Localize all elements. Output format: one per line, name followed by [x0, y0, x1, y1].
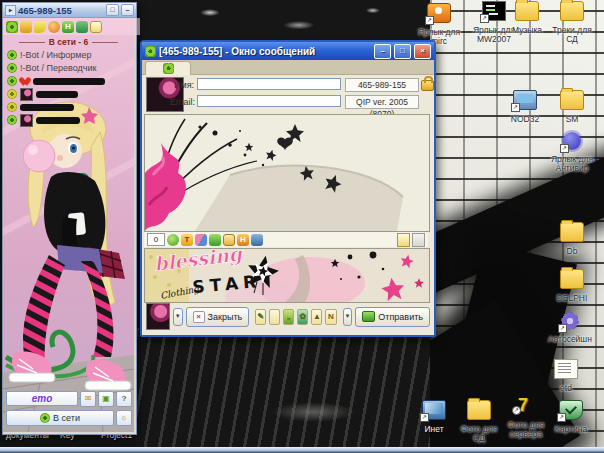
contact-row-bot-informer[interactable]: !-Bot / Информер	[7, 49, 92, 61]
settings-button[interactable]: ☼	[116, 410, 132, 426]
qip-flower-icon	[40, 413, 50, 423]
online-status-button[interactable]: В сети	[6, 410, 114, 426]
status-away-icon	[7, 89, 17, 99]
name-input[interactable]	[197, 78, 341, 90]
spellcheck-icon[interactable]	[269, 309, 280, 325]
close-icon[interactable]: ×	[414, 44, 431, 59]
notes-page-icon[interactable]	[397, 233, 410, 247]
email-input[interactable]	[197, 95, 341, 107]
status-text-field[interactable]: emo	[6, 391, 78, 406]
message-bottom-bar: ▼ × Закрыть ✎ „ ✿ ▲ N ▼ Отправить	[142, 302, 434, 331]
history-icon[interactable]: H	[237, 234, 249, 246]
desktop: Ярлык для mirc Ярлык для MW2007 Музыка Т…	[0, 0, 604, 453]
banana-icon[interactable]	[34, 21, 46, 33]
terminal-icon	[482, 1, 506, 21]
contact-list-window: ▸ 465-989-155 □ – H В сети - 6 !-Bot / И…	[2, 2, 137, 435]
contact-row-censored[interactable]	[7, 88, 78, 100]
plugins-icon[interactable]: ✿	[297, 309, 308, 325]
desktop-icon-label: Музыка	[505, 26, 549, 35]
desktop-icon-label: Ярлык для Антивир	[550, 155, 594, 173]
desktop-icon-etd[interactable]: etd	[544, 359, 588, 393]
seven-icon	[515, 398, 537, 416]
close-icon: ×	[193, 311, 205, 323]
mail-button[interactable]: ✉	[80, 391, 96, 407]
avatar	[20, 88, 33, 101]
font-icon[interactable]: T	[181, 234, 193, 246]
lock-icon	[421, 80, 434, 91]
desktop-icon-tracks[interactable]: Треки для СД	[550, 1, 594, 44]
plugins-icon[interactable]	[76, 21, 88, 33]
desktop-icon-antivir[interactable]: Ярлык для Антивир	[550, 132, 594, 173]
desktop-icon-label: SM	[550, 115, 594, 124]
history-counter: 0	[147, 233, 165, 246]
status-online-icon	[7, 63, 17, 73]
quote-icon[interactable]	[209, 234, 221, 246]
contact-row-censored[interactable]	[7, 114, 80, 126]
send-button[interactable]: Отправить	[355, 307, 430, 327]
screenshot-icon[interactable]	[251, 234, 263, 246]
contact-list-toolbar: H	[3, 18, 140, 35]
email-label: Email:	[170, 97, 194, 107]
desktop-icon-sm[interactable]: SM	[550, 90, 594, 124]
status-online-icon	[7, 50, 17, 60]
folder-icon	[515, 1, 539, 21]
folder-icon	[560, 1, 584, 21]
contact-row-censored[interactable]	[7, 75, 105, 87]
desktop-icon-nod32[interactable]: NOD32	[503, 90, 547, 124]
message-window: [465-989-155] - Окно сообщений – □ × Имя…	[140, 40, 436, 337]
plain-page-icon[interactable]	[412, 233, 425, 247]
desktop-icon-db[interactable]: Db	[550, 222, 594, 256]
desktop-icon-photo-cd[interactable]: Фото для СД	[457, 400, 501, 443]
contact-info-panel: Имя: Email: 465-989-155 QIP ver. 2005 (8…	[142, 74, 434, 114]
quote-icon[interactable]: „	[283, 309, 294, 325]
folder-icon[interactable]	[20, 21, 32, 33]
message-window-titlebar[interactable]: [465-989-155] - Окно сообщений – □ ×	[142, 42, 434, 60]
qip-flower-icon[interactable]	[6, 21, 18, 33]
format-toolbar: 0 T H	[144, 232, 428, 247]
desktop-icon-photo-server[interactable]: Фото для сервера	[504, 398, 548, 439]
desktop-icon-autoseshn[interactable]: Автосейшн	[548, 312, 592, 344]
send-button-label: Отправить	[378, 312, 423, 322]
spiky-ball-icon	[563, 132, 581, 150]
notes-icon[interactable]	[90, 21, 102, 33]
uin-display: 465-989-155	[345, 78, 419, 92]
chat-history-area[interactable]	[144, 114, 430, 232]
contact-name: !-Bot / Переводчик	[20, 63, 96, 73]
name-label: Имя:	[170, 80, 194, 90]
folder-button[interactable]: ▣	[98, 391, 114, 407]
help-button[interactable]: ?	[116, 391, 132, 407]
send-package-icon	[362, 311, 375, 322]
contact-row-censored[interactable]	[7, 101, 74, 113]
desktop-icon-picture[interactable]: Картина	[549, 400, 593, 434]
globe-icon[interactable]	[48, 21, 60, 33]
tab-contact[interactable]	[145, 61, 191, 75]
edit-icon[interactable]: ✎	[255, 309, 266, 325]
desktop-icon-label: etd	[544, 384, 588, 393]
taskbar-edge[interactable]	[0, 447, 604, 453]
close-button[interactable]: × Закрыть	[186, 307, 250, 327]
group-header[interactable]: В сети - 6	[3, 37, 134, 47]
maximize-button[interactable]: □	[394, 44, 411, 59]
image-icon[interactable]	[223, 234, 235, 246]
smiley-icon[interactable]	[167, 234, 179, 246]
rollup-button[interactable]: □	[106, 4, 119, 16]
message-input-area[interactable]: blessing STAR Clothing	[144, 248, 430, 303]
desktop-icon-delphi[interactable]: DELPHI	[550, 269, 594, 303]
history-icon[interactable]: H	[62, 21, 74, 33]
desktop-icon-inet[interactable]: Инет	[412, 400, 456, 434]
status-away-icon	[7, 102, 17, 112]
color-brush-icon[interactable]	[195, 234, 207, 246]
close-options-dropdown[interactable]: ▼	[173, 308, 183, 326]
folder-icon	[560, 269, 584, 289]
contact-list-titlebar[interactable]: ▸ 465-989-155 □ –	[3, 3, 136, 18]
message-window-title: [465-989-155] - Окно сообщений	[159, 46, 371, 57]
minimize-button[interactable]: –	[121, 4, 134, 16]
desktop-icon-music[interactable]: Музыка	[505, 1, 549, 35]
send-file-icon[interactable]: ▲	[311, 309, 322, 325]
heart-icon	[20, 77, 30, 86]
send-options-dropdown[interactable]: ▼	[343, 308, 353, 326]
notes-icon[interactable]: N	[325, 309, 336, 325]
contact-row-bot-translator[interactable]: !-Bot / Переводчик	[7, 62, 96, 74]
minimize-button[interactable]: –	[374, 44, 391, 59]
contact-list-sysmenu-icon[interactable]: ▸	[5, 5, 16, 16]
